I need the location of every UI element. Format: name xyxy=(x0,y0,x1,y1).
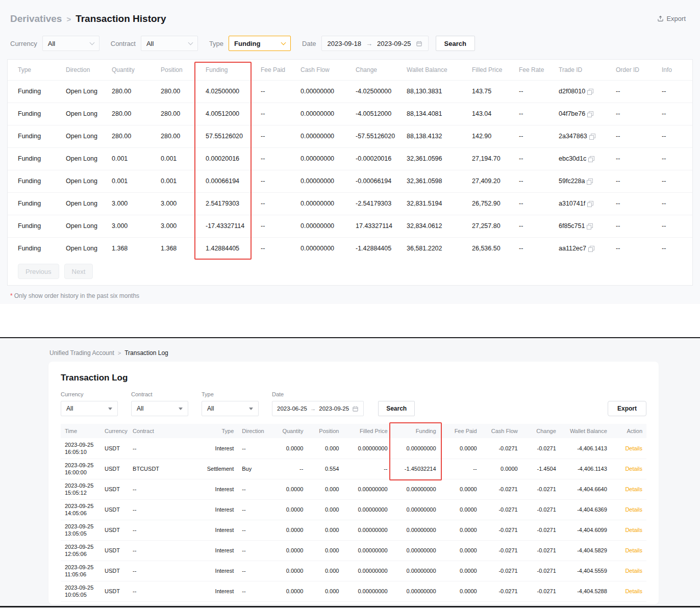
cell-cash-flow: 0.0000 xyxy=(481,459,522,479)
cell-wallet-balance: -4,404.5829 xyxy=(560,540,611,561)
cell-order-id: -- xyxy=(606,147,652,170)
cell-change: -0.0271 xyxy=(522,561,560,581)
cell-wallet-balance: -4,404.6640 xyxy=(560,479,611,499)
date-to[interactable]: 2023-09-25 xyxy=(319,405,349,412)
time-clock: 16:05:10 xyxy=(65,448,96,455)
details-link[interactable]: Details xyxy=(625,568,642,574)
cell-type: Funding xyxy=(8,147,56,170)
cell-cash-flow: -0.0271 xyxy=(481,540,522,561)
copy-icon[interactable] xyxy=(591,134,595,138)
type-dropdown[interactable]: All xyxy=(202,401,259,416)
cell-direction: -- xyxy=(238,581,270,601)
cell-wallet-balance: -4,406.1143 xyxy=(560,459,611,479)
trade-id-text: d2f08010 xyxy=(559,88,585,95)
table-row: 2023-09-2511:05:06USDT--Interest--0.0000… xyxy=(61,561,646,581)
copy-icon[interactable] xyxy=(590,156,594,161)
search-button[interactable]: Search xyxy=(378,401,415,416)
cell-type: Funding xyxy=(8,103,56,125)
cell-change: -0.00020016 xyxy=(345,147,396,170)
column-header: Direction xyxy=(238,424,270,438)
cell-filled-price: 27,194.70 xyxy=(462,147,509,170)
cell-action: Details xyxy=(611,438,646,459)
copy-icon[interactable] xyxy=(588,179,593,183)
date-from[interactable]: 2023-09-18 xyxy=(328,40,362,47)
cell-trade-id: 2a347863 xyxy=(548,125,606,147)
cell-funding: 0.00000000 xyxy=(392,438,440,459)
cell-position: 0.001 xyxy=(151,147,195,170)
copy-icon[interactable] xyxy=(589,89,593,93)
details-link[interactable]: Details xyxy=(625,466,642,472)
time-clock: 13:05:05 xyxy=(65,530,96,537)
table-row: FundingOpen Long3.0003.000-17.43327114--… xyxy=(8,215,692,237)
cell-fee-paid: 0.0000 xyxy=(440,581,481,601)
cell-quantity: 0.0000 xyxy=(270,561,307,581)
copy-icon-front xyxy=(587,113,592,117)
trade-id-text: 6f85c751 xyxy=(559,222,585,230)
details-link[interactable]: Details xyxy=(625,588,642,594)
cell-currency: USDT xyxy=(101,459,129,479)
previous-button[interactable]: Previous xyxy=(18,264,59,279)
cell-order-id: -- xyxy=(606,170,652,192)
copy-icon[interactable] xyxy=(588,223,593,228)
time-date: 2023-09-25 xyxy=(65,523,96,530)
cell-funding: -17.43327114 xyxy=(195,215,251,237)
currency-dropdown[interactable]: All xyxy=(61,401,118,416)
column-header: Filled Price xyxy=(462,60,509,80)
time-clock: 14:05:06 xyxy=(65,510,96,517)
time-clock: 11:05:06 xyxy=(65,571,96,578)
cell-cash-flow: 0.00000000 xyxy=(290,237,345,260)
table-row: FundingOpen Long3.0003.0002.54179303--0.… xyxy=(8,192,692,215)
contract-value: All xyxy=(137,405,143,412)
currency-value: All xyxy=(48,40,55,47)
cell-wallet-balance: 36,581.2202 xyxy=(396,237,462,260)
time-clock: 12:05:06 xyxy=(65,550,96,557)
time-date: 2023-09-25 xyxy=(65,502,96,510)
date-from[interactable]: 2023-06-25 xyxy=(277,405,307,412)
column-header: Change xyxy=(522,424,560,438)
cell-contract: -- xyxy=(129,581,195,601)
cell-trade-id: ebc30d1c xyxy=(548,147,606,170)
contract-dropdown[interactable]: All xyxy=(141,36,198,51)
copy-icon[interactable] xyxy=(589,111,593,116)
cell-time: 2023-09-2516:00:00 xyxy=(61,459,101,479)
breadcrumb-parent[interactable]: Unified Trading Account xyxy=(49,349,114,357)
cell-time: 2023-09-2514:05:06 xyxy=(61,499,101,520)
breadcrumb-parent[interactable]: Derivatives xyxy=(10,13,62,24)
date-range-picker[interactable]: 2023-09-18 → 2023-09-25 xyxy=(321,36,429,51)
export-button[interactable]: Export xyxy=(657,15,686,22)
cell-quantity: 1.368 xyxy=(102,237,151,260)
search-button[interactable]: Search xyxy=(436,36,475,51)
contract-dropdown[interactable]: All xyxy=(131,401,188,416)
table-row: 2023-09-2516:00:00USDTBTCUSDTSettlementB… xyxy=(61,459,646,479)
date-arrow-icon: → xyxy=(310,405,316,412)
breadcrumb-separator: > xyxy=(118,350,121,356)
copy-icon[interactable] xyxy=(589,201,593,206)
copy-icon[interactable] xyxy=(590,246,594,250)
details-link[interactable]: Details xyxy=(625,506,642,513)
type-dropdown[interactable]: Funding xyxy=(229,36,291,51)
cell-change: -0.00066194 xyxy=(345,170,396,192)
chevron-down-icon xyxy=(188,40,193,45)
calendar-icon xyxy=(352,405,359,412)
cell-filled-price: 27,409.20 xyxy=(462,170,509,192)
cell-cash-flow: 0.00000000 xyxy=(290,80,345,103)
cell-position: 3.000 xyxy=(151,215,195,237)
details-link[interactable]: Details xyxy=(625,547,642,553)
cell-wallet-balance: 32,834.0612 xyxy=(396,215,462,237)
date-range-picker[interactable]: 2023-06-25 → 2023-09-25 xyxy=(272,401,364,416)
cell-cash-flow: -0.0271 xyxy=(481,581,522,601)
cell-quantity: 280.00 xyxy=(102,103,151,125)
details-link[interactable]: Details xyxy=(625,445,642,451)
currency-dropdown[interactable]: All xyxy=(42,36,99,51)
time-date: 2023-09-25 xyxy=(65,482,96,489)
details-link[interactable]: Details xyxy=(625,527,642,533)
cell-funding: 0.00000000 xyxy=(392,479,440,499)
details-link[interactable]: Details xyxy=(625,486,642,492)
cell-trade-id: a310741f xyxy=(548,192,606,215)
cell-info: -- xyxy=(652,237,692,260)
date-to[interactable]: 2023-09-25 xyxy=(377,40,411,47)
cell-action: Details xyxy=(611,479,646,499)
cell-quantity: 0.0000 xyxy=(270,540,307,561)
export-button[interactable]: Export xyxy=(608,401,646,416)
next-button[interactable]: Next xyxy=(64,264,93,279)
